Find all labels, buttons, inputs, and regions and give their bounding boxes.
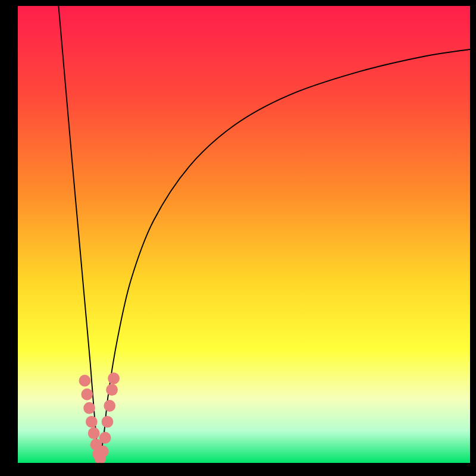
- marker-dot: [108, 372, 120, 384]
- marker-dot: [99, 432, 111, 444]
- bottleneck-curve-chart: [18, 6, 470, 463]
- marker-dot: [79, 375, 91, 387]
- marker-dot: [81, 389, 93, 400]
- marker-dot: [86, 416, 98, 428]
- marker-dot: [83, 402, 95, 414]
- marker-dot: [106, 384, 118, 396]
- marker-dot: [104, 400, 115, 412]
- marker-dot: [88, 427, 100, 439]
- marker-dot: [102, 416, 114, 428]
- chart-frame: TheBottleneck.com: [0, 0, 476, 476]
- marker-dot: [97, 446, 109, 458]
